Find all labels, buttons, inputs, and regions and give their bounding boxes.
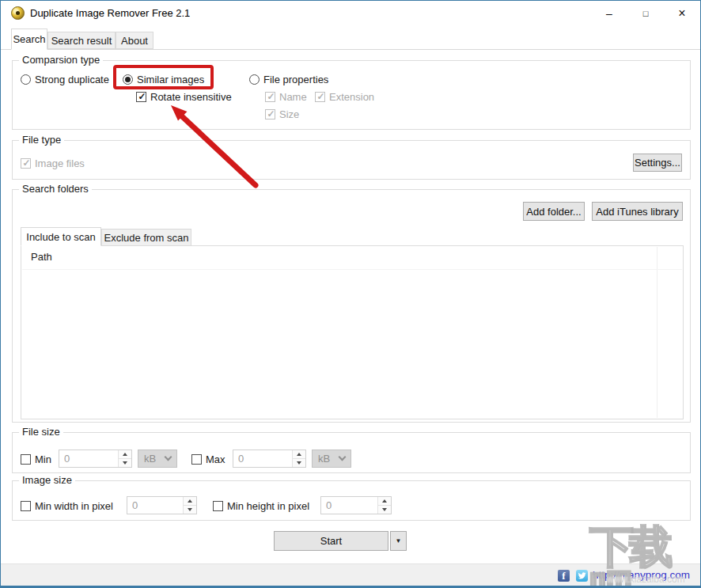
spin-down-icon: [184, 506, 196, 514]
min-size-unit: kB: [144, 453, 156, 465]
max-size-unit: kB: [318, 453, 330, 465]
min-height-spinner: [320, 496, 392, 514]
min-height-label: Min height in pixel: [227, 500, 309, 512]
spinner-buttons: [183, 497, 196, 514]
file-size-legend: File size: [19, 426, 63, 438]
checkbox-checked-disabled-icon: ✓: [265, 92, 275, 102]
radio-icon: [21, 74, 31, 85]
search-folders-group: Search folders Add folder... Add iTunes …: [12, 189, 691, 423]
add-itunes-library-button[interactable]: Add iTunes library: [592, 202, 683, 221]
twitter-icon[interactable]: [576, 570, 588, 582]
chevron-down-icon: [339, 453, 347, 461]
image-size-legend: Image size: [19, 474, 75, 486]
extension-label: Extension: [329, 91, 374, 103]
spin-up-icon: [293, 450, 305, 459]
folder-list[interactable]: Path: [21, 245, 684, 419]
extension-checkbox: ✓ Extension: [315, 90, 374, 103]
checkbox-checked-disabled-icon: ✓: [265, 109, 275, 119]
rotate-insensitive-label: Rotate insensitive: [150, 91, 232, 103]
checkbox-checked-icon: ✓: [136, 92, 146, 102]
close-button[interactable]: ×: [664, 1, 700, 25]
max-size-unit-dropdown: kB: [312, 450, 351, 468]
checkbox-checked-disabled-icon: ✓: [315, 92, 325, 102]
chevron-down-icon: [165, 453, 172, 461]
name-label: Name: [279, 91, 307, 103]
file-size-group: File size Min kB Max: [12, 432, 691, 473]
checkbox-unchecked-icon: [21, 501, 31, 511]
maximize-button[interactable]: □: [627, 1, 664, 25]
min-size-checkbox[interactable]: Min: [21, 453, 51, 465]
facebook-icon[interactable]: f: [558, 570, 570, 582]
comparison-type-group: Comparsion type Strong duplicate Similar…: [12, 60, 691, 130]
max-size-value: [233, 450, 292, 467]
min-width-spinner: [127, 496, 197, 514]
spin-down-icon: [119, 459, 131, 467]
file-type-group: File type ✓ Image files Settings...: [12, 140, 691, 180]
checkbox-unchecked-icon: [191, 454, 202, 465]
spin-up-icon: [119, 450, 131, 459]
comparison-type-legend: Comparsion type: [19, 54, 103, 66]
min-width-value: [127, 497, 183, 514]
add-folder-button[interactable]: Add folder...: [523, 202, 585, 221]
app-window: Duplicate Image Remover Free 2.1 – □ × S…: [0, 0, 701, 588]
app-icon: [11, 6, 25, 20]
window-controls: – □ ×: [591, 1, 700, 25]
strong-duplicate-radio[interactable]: Strong duplicate: [21, 73, 109, 85]
tab-include-to-scan[interactable]: Include to scan: [21, 227, 101, 246]
checkbox-checked-disabled-icon: ✓: [21, 158, 31, 169]
min-size-unit-dropdown: kB: [138, 450, 177, 468]
max-size-checkbox[interactable]: Max: [191, 453, 225, 465]
spin-up-icon: [378, 497, 391, 506]
minimize-button[interactable]: –: [591, 1, 627, 25]
spinner-buttons: [292, 450, 305, 467]
tab-search-result[interactable]: Search result: [47, 32, 116, 49]
spin-down-icon: [293, 459, 305, 467]
min-height-value: [321, 497, 377, 514]
spinner-buttons: [377, 497, 391, 514]
min-width-checkbox[interactable]: Min width in pixel: [21, 499, 113, 512]
file-properties-radio[interactable]: File properties: [249, 73, 328, 85]
header-divider: [22, 269, 682, 270]
title-bar: Duplicate Image Remover Free 2.1 – □ ×: [1, 1, 700, 25]
twitter-bird-icon: [578, 571, 586, 580]
spin-up-icon: [184, 497, 196, 506]
radio-icon: [249, 74, 260, 85]
min-size-spinner: [59, 450, 132, 468]
tab-search[interactable]: Search: [11, 28, 47, 50]
similar-images-label: Similar images: [137, 74, 204, 85]
start-button[interactable]: Start: [274, 531, 388, 551]
max-size-spinner: [233, 450, 306, 468]
file-type-legend: File type: [19, 134, 64, 146]
strong-duplicate-label: Strong duplicate: [35, 74, 109, 85]
file-properties-label: File properties: [263, 74, 328, 85]
max-size-label: Max: [206, 453, 225, 465]
size-label: Size: [279, 108, 299, 120]
window-title: Duplicate Image Remover Free 2.1: [30, 1, 190, 25]
image-files-checkbox: ✓ Image files: [21, 157, 85, 169]
search-folders-legend: Search folders: [19, 183, 92, 195]
checkbox-unchecked-icon: [213, 501, 223, 511]
column-divider[interactable]: [657, 247, 657, 418]
spinner-buttons: [118, 450, 131, 467]
image-size-group: Image size Min width in pixel Min height…: [12, 480, 691, 521]
similar-images-radio[interactable]: Similar images: [123, 73, 204, 85]
min-size-label: Min: [35, 453, 51, 465]
start-dropdown-button[interactable]: ▼: [390, 531, 407, 551]
spin-down-icon: [378, 506, 391, 514]
radio-selected-icon: [123, 74, 133, 85]
tab-exclude-from-scan[interactable]: Exclude from scan: [101, 229, 191, 246]
rotate-insensitive-checkbox[interactable]: ✓ Rotate insensitive: [136, 90, 232, 103]
status-bar: f http://manyprog.com: [1, 563, 700, 586]
manyprog-link[interactable]: http://manyprog.com: [593, 564, 690, 586]
min-width-label: Min width in pixel: [35, 500, 113, 512]
settings-button[interactable]: Settings...: [633, 154, 682, 172]
path-column-header[interactable]: Path: [31, 251, 52, 263]
checkbox-unchecked-icon: [21, 454, 31, 465]
size-checkbox: ✓ Size: [265, 108, 299, 120]
name-checkbox: ✓ Name: [265, 90, 307, 103]
min-height-checkbox[interactable]: Min height in pixel: [213, 499, 309, 512]
tab-about[interactable]: About: [116, 32, 153, 49]
image-files-label: Image files: [35, 157, 85, 169]
dropdown-arrow-icon: ▼: [396, 537, 402, 544]
min-size-value: [59, 450, 118, 467]
